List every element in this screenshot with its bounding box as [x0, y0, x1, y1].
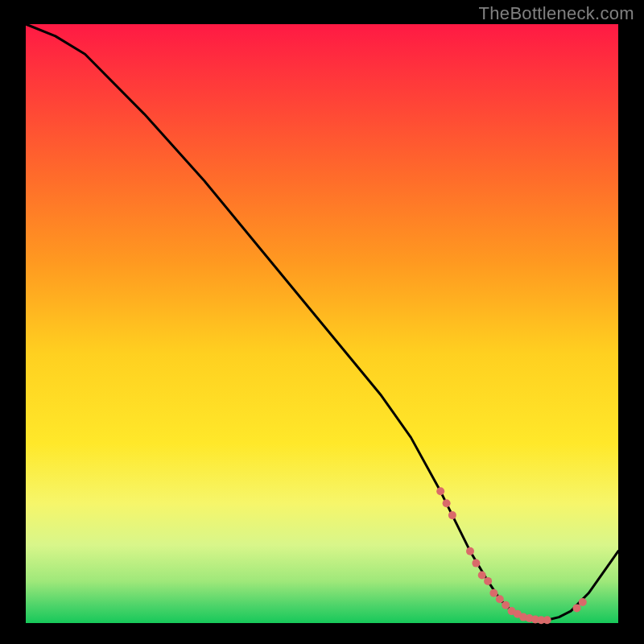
- marker-dot: [579, 598, 587, 606]
- chart-stage: { "watermark": "TheBottleneck.com", "gra…: [0, 0, 644, 644]
- marker-dot: [496, 595, 504, 603]
- chart-svg: [0, 0, 644, 644]
- marker-dot: [436, 487, 444, 495]
- marker-dot: [448, 511, 456, 519]
- marker-dot: [443, 499, 451, 507]
- marker-dot: [466, 547, 474, 555]
- marker-dot: [478, 572, 486, 580]
- marker-dot: [484, 577, 492, 585]
- marker-dot: [472, 559, 480, 568]
- marker-dot: [489, 589, 497, 597]
- marker-dot: [543, 616, 551, 624]
- watermark-label: TheBottleneck.com: [479, 3, 634, 24]
- marker-dot: [502, 601, 510, 609]
- marker-dot: [573, 604, 581, 612]
